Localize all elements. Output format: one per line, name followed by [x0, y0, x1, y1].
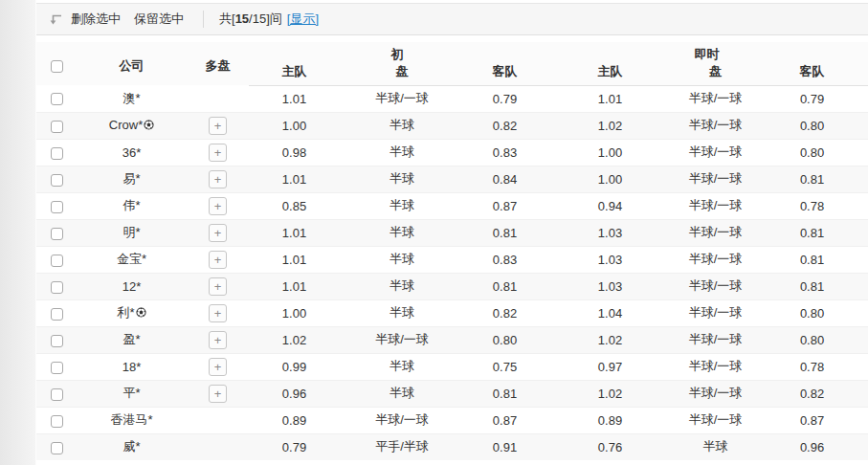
live-home-odds: 0.97 — [545, 353, 675, 380]
row-select-cell — [36, 166, 77, 192]
company-cell: 36* — [77, 139, 187, 166]
expand-plus-button[interactable]: + — [209, 277, 227, 296]
multi-line-cell: + — [187, 246, 249, 273]
row-checkbox[interactable] — [51, 335, 63, 347]
company-cell: 香港马* — [77, 407, 187, 433]
initial-away-odds: 0.84 — [464, 166, 545, 192]
expand-plus-button[interactable]: + — [209, 197, 227, 215]
live-home-odds: 0.94 — [545, 192, 675, 219]
initial-home-odds: 1.01 — [249, 85, 340, 112]
initial-handicap-line: 半球 — [340, 112, 464, 139]
live-away-odds: 0.80 — [756, 112, 868, 139]
initial-home-odds: 1.01 — [249, 166, 340, 192]
live-home-odds: 1.03 — [545, 246, 675, 273]
bookmaker-row: 易* + 1.01 半球 0.84 1.00 半球/一球 0.81 — [36, 166, 868, 192]
row-select-cell — [36, 192, 77, 219]
row-checkbox[interactable] — [51, 255, 63, 267]
row-checkbox[interactable] — [51, 308, 63, 321]
row-checkbox[interactable] — [51, 388, 63, 401]
row-checkbox[interactable] — [51, 281, 63, 294]
initial-handicap-line: 半球 — [340, 192, 464, 219]
expand-plus-button[interactable]: + — [209, 144, 227, 162]
company-name: 36* — [122, 145, 142, 160]
bookmaker-row: 平* + 0.96 半球 0.81 1.02 半球/一球 0.82 — [36, 380, 868, 407]
initial-home-odds: 1.00 — [249, 112, 340, 139]
expand-plus-button[interactable]: + — [209, 358, 227, 376]
row-checkbox[interactable] — [51, 415, 63, 428]
multi-line-cell: + — [187, 85, 249, 112]
row-checkbox[interactable] — [51, 201, 63, 213]
multi-line-cell: + — [187, 380, 249, 407]
row-checkbox[interactable] — [51, 147, 63, 160]
company-cell: 伟* — [77, 192, 187, 219]
bookmaker-row: 36* + 0.98 半球 0.83 1.00 半球/一球 0.80 — [36, 139, 868, 166]
live-home-odds: 1.02 — [545, 112, 675, 139]
soccer-ball-icon — [136, 306, 146, 321]
company-name: 香港马* — [110, 412, 152, 427]
initial-handicap-line: 半球 — [340, 380, 464, 407]
delete-selected-button[interactable]: 删除选中 — [71, 11, 121, 28]
company-name: 盈* — [122, 332, 140, 346]
keep-selected-button[interactable]: 保留选中 — [134, 11, 184, 28]
company-cell: 明* — [77, 219, 187, 246]
row-select-cell — [36, 407, 77, 433]
company-cell: 平* — [77, 380, 187, 407]
expand-plus-button[interactable]: + — [209, 224, 227, 242]
select-all-checkbox[interactable] — [51, 60, 63, 73]
count-prefix: 共[ — [219, 11, 235, 26]
company-name: 12* — [122, 279, 142, 294]
initial-home-odds: 1.01 — [249, 273, 340, 299]
expand-plus-button[interactable]: + — [209, 331, 227, 349]
multi-line-cell: + — [187, 139, 249, 166]
expand-plus-button[interactable]: + — [209, 304, 227, 322]
initial-home-odds: 1.01 — [249, 219, 340, 246]
live-home-odds: 1.03 — [545, 273, 675, 299]
live-away-odds: 0.80 — [756, 326, 868, 353]
show-link[interactable]: [显示] — [287, 11, 319, 28]
expand-plus-button[interactable]: + — [209, 251, 227, 269]
initial-away-odds: 0.83 — [464, 139, 545, 166]
company-name: 威* — [122, 439, 140, 454]
initial-handicap-line: 半球 — [340, 299, 464, 326]
live-handicap-line: 半球/一球 — [675, 219, 756, 246]
company-cell: Crow* — [77, 112, 187, 139]
page-left-gutter — [0, 0, 36, 465]
initial-home-odds: 0.96 — [249, 380, 340, 407]
initial-handicap-line: 半球 — [340, 273, 464, 299]
odds-table-body: 澳* + 1.01 半球/一球 0.79 1.01 半球/一球 0.79 Cro… — [36, 85, 868, 460]
live-handicap-line: 半球/一球 — [675, 299, 756, 326]
row-checkbox[interactable] — [51, 442, 63, 454]
row-checkbox[interactable] — [51, 174, 63, 187]
odds-comparison-table: 公司 多盘 初 即时 主队 盘 客队 主队 盘 客队 澳* + 1.01 半球/… — [36, 42, 868, 460]
column-header-live-away: 客队 — [756, 63, 868, 85]
column-header-initial-home: 主队 — [249, 63, 340, 85]
group-header-initial: 初 — [249, 42, 545, 63]
multi-line-cell: + — [187, 433, 249, 460]
initial-handicap-line: 半球/一球 — [340, 407, 464, 433]
row-checkbox[interactable] — [51, 93, 63, 105]
count-rest: /15]间 — [249, 11, 282, 26]
column-header-live-home: 主队 — [545, 63, 675, 85]
initial-handicap-line: 半球 — [340, 246, 464, 273]
initial-handicap-line: 半球 — [340, 353, 464, 380]
live-handicap-line: 半球 — [675, 433, 756, 460]
expand-plus-button[interactable]: + — [209, 385, 227, 403]
live-handicap-line: 半球/一球 — [675, 112, 756, 139]
multi-line-cell: + — [187, 407, 249, 433]
live-home-odds: 1.00 — [545, 139, 675, 166]
row-checkbox[interactable] — [51, 121, 63, 133]
column-header-live-line: 盘 — [675, 63, 756, 85]
live-away-odds: 0.80 — [756, 299, 868, 326]
row-checkbox[interactable] — [51, 228, 63, 240]
initial-home-odds: 1.01 — [249, 246, 340, 273]
live-home-odds: 1.01 — [545, 85, 675, 112]
company-name: 澳* — [122, 91, 140, 105]
expand-plus-button[interactable]: + — [209, 117, 227, 135]
live-away-odds: 0.78 — [756, 353, 868, 380]
live-home-odds: 0.76 — [545, 433, 675, 460]
row-checkbox[interactable] — [51, 362, 63, 374]
multi-line-cell: + — [187, 299, 249, 326]
live-home-odds: 1.02 — [545, 380, 675, 407]
column-header-initial-away: 客队 — [464, 63, 545, 85]
expand-plus-button[interactable]: + — [209, 170, 227, 188]
